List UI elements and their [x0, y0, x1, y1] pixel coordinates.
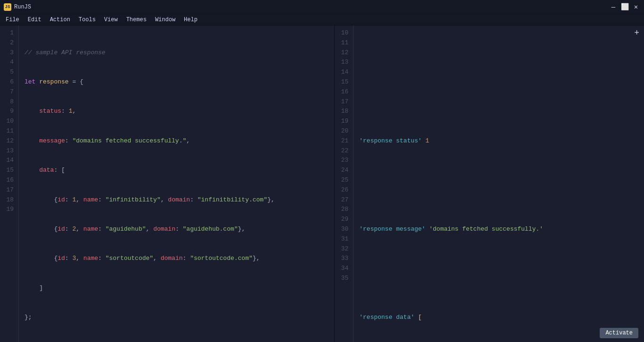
- app-title: RunJS: [14, 4, 31, 10]
- editor-line-5: data: [: [25, 166, 329, 175]
- logo-text: JS: [5, 5, 10, 9]
- editor-line-4: message: "domains fetched successfully."…: [25, 136, 329, 146]
- menu-view[interactable]: View: [100, 16, 122, 24]
- output-line-10: [359, 48, 638, 58]
- editor-line-7: {id: 2, name: "aguidehub", domain: "agui…: [25, 225, 329, 234]
- menu-edit[interactable]: Edit: [24, 16, 45, 24]
- app-logo: JS: [4, 3, 11, 11]
- main-content: 12345 678910 1112131415 16171819 // samp…: [0, 25, 644, 342]
- titlebar: JS RunJS — ⬜ ✕: [0, 0, 644, 14]
- editor-line-8: {id: 3, name: "sortoutcode", domain: "so…: [25, 254, 329, 264]
- editor-line-1: // sample API response: [25, 48, 329, 58]
- editor-code[interactable]: // sample API response let response = { …: [19, 25, 334, 342]
- menu-file[interactable]: File: [2, 16, 23, 24]
- window-controls: — ⬜ ✕: [609, 3, 640, 11]
- menu-help[interactable]: Help: [180, 16, 201, 24]
- output-line-11: [359, 77, 638, 87]
- editor-line-3: status: 1,: [25, 107, 329, 117]
- menubar: File Edit Action Tools View Themes Windo…: [0, 14, 644, 25]
- editor-line-6: {id: 1, name: "infinitbility", domain: "…: [25, 195, 329, 205]
- output-line-17: [359, 254, 638, 264]
- editor-line-2: let response = {: [25, 77, 329, 87]
- output-line-15: [359, 195, 638, 205]
- editor-pane: 12345 678910 1112131415 16171819 // samp…: [0, 25, 335, 342]
- output-line-19: 'response data' [: [359, 313, 638, 323]
- minimize-button[interactable]: —: [609, 3, 618, 11]
- output-scroll[interactable]: 1011121314 1516171819 2021222324 2526272…: [335, 25, 644, 342]
- add-tab-button[interactable]: +: [634, 28, 639, 38]
- maximize-button[interactable]: ⬜: [620, 3, 629, 11]
- activate-button[interactable]: Activate: [600, 328, 638, 338]
- menu-themes[interactable]: Themes: [123, 16, 150, 24]
- output-code: 'response status' 1 'response message' '…: [354, 25, 644, 342]
- output-line-14: [359, 166, 638, 175]
- output-line-16: 'response message' 'domains fetched succ…: [359, 225, 638, 234]
- output-pane: + 1011121314 1516171819 2021222324 25262…: [335, 25, 644, 342]
- editor-line-9: ]: [25, 284, 329, 293]
- output-line-18: [359, 284, 638, 293]
- editor-line-10: };: [25, 313, 329, 323]
- output-line-12: [359, 107, 638, 117]
- menu-tools[interactable]: Tools: [75, 16, 99, 24]
- close-button[interactable]: ✕: [632, 3, 640, 11]
- output-line-numbers: 1011121314 1516171819 2021222324 2526272…: [335, 25, 354, 342]
- menu-action[interactable]: Action: [46, 16, 74, 24]
- editor-line-numbers: 12345 678910 1112131415 16171819: [0, 25, 19, 342]
- output-line-13: 'response status' 1: [359, 136, 638, 146]
- editor-scroll[interactable]: 12345 678910 1112131415 16171819 // samp…: [0, 25, 334, 342]
- menu-window[interactable]: Window: [151, 16, 179, 24]
